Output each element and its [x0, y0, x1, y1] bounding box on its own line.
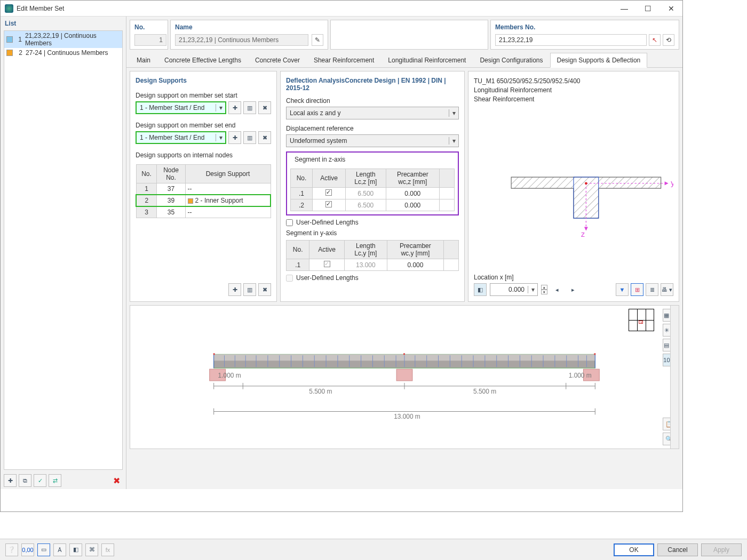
svg-text:y: y — [671, 179, 673, 188]
reverse-icon[interactable]: ⟲ — [663, 34, 674, 46]
tab-concrete-effective-lengths[interactable]: Concrete Effective Lengths — [157, 53, 248, 67]
no-value: 1 — [134, 34, 166, 46]
svg-text:5.500 m: 5.500 m — [309, 388, 332, 395]
left-panel: List 121,23,22,19 | Continuous Members22… — [1, 17, 126, 489]
swap-icon[interactable]: ⇄ — [49, 474, 61, 487]
close-button[interactable]: ✕ — [664, 3, 678, 14]
svg-rect-45 — [403, 354, 405, 355]
design-supports-panel: Design Supports Design support on member… — [130, 71, 277, 302]
udl-z-checkbox[interactable]: User-Defined Lengths — [286, 219, 459, 226]
svg-text:1.000 m: 1.000 m — [218, 372, 241, 379]
tab-shear-reinforcement[interactable]: Shear Reinforcement — [307, 53, 381, 67]
edit-name-icon[interactable]: ✎ — [312, 34, 323, 46]
app-icon — [5, 4, 13, 13]
window-title: Edit Member Set — [17, 5, 617, 12]
location-x-input[interactable]: 0.000▾ — [490, 283, 538, 296]
result-filter-icon[interactable]: ▼ — [616, 283, 629, 296]
new-icon[interactable]: ✚ — [4, 474, 17, 487]
loc-next-icon[interactable]: ▸ — [567, 283, 579, 296]
no-field: No. 1 — [130, 20, 168, 50]
tbl-lib-icon[interactable]: ▥ — [243, 283, 256, 296]
loc-prev-icon[interactable]: ◂ — [551, 283, 563, 296]
deflection-panel: Deflection AnalysisConcrete Design | EN … — [280, 71, 465, 302]
view-cube[interactable]: ·x — [629, 309, 654, 331]
support-end-combo[interactable]: 1 - Member Start / End▾ — [136, 131, 226, 144]
svg-text:z: z — [581, 230, 585, 239]
blank-field — [330, 20, 488, 50]
segment-y-table[interactable]: No.ActiveLengthLc,y [m]Precamberwc,y [mm… — [286, 240, 459, 271]
copy-icon[interactable]: ⧉ — [19, 474, 31, 487]
members-no-input[interactable]: 21,23,22,19 — [495, 34, 647, 46]
edit-support2-icon[interactable]: ▥ — [243, 131, 256, 144]
svg-rect-46 — [594, 354, 595, 355]
svg-text:13.000 m: 13.000 m — [394, 413, 420, 421]
section-view: y z — [474, 108, 673, 271]
svg-rect-48 — [396, 369, 412, 381]
check-icon[interactable]: ✓ — [34, 474, 46, 487]
clear-support-icon[interactable]: ✖ — [258, 101, 271, 114]
name-field: Name 21,23,22,19 | Continuous Members ✎ — [170, 20, 328, 50]
tab-design-supports-deflection[interactable]: Design Supports & Deflection — [550, 53, 648, 68]
edit-support-icon[interactable]: ▥ — [243, 101, 256, 114]
titlebar: Edit Member Set — ☐ ✕ — [1, 1, 682, 17]
pick-members-icon[interactable]: ↖ — [649, 34, 661, 46]
values-icon[interactable]: ≣ — [646, 283, 658, 296]
check-direction-combo[interactable]: Local axis z and y▾ — [286, 107, 459, 119]
loc-down[interactable]: ▾ — [541, 290, 547, 294]
udl-y-checkbox[interactable]: User-Defined Lengths — [286, 274, 459, 282]
new-support2-icon[interactable]: ✚ — [228, 131, 241, 144]
tbl-new-icon[interactable]: ✚ — [228, 283, 241, 296]
tab-concrete-cover[interactable]: Concrete Cover — [248, 53, 307, 67]
beam-preview: ·x ▦ ▾ ✳ ▾ ▤ ▾ 10 ▾ 📋 🔍 — [130, 305, 679, 449]
scrollbar[interactable] — [670, 306, 679, 449]
section-panel: TU_M1 650/250/952.5/250/952.5/400 Longit… — [468, 71, 679, 302]
loc-up[interactable]: ▴ — [541, 285, 547, 290]
minimize-button[interactable]: — — [617, 3, 631, 14]
svg-text:5.500 m: 5.500 m — [473, 388, 496, 395]
segment-z-table[interactable]: No.ActiveLengthLc,z [m]Precamberwc,z [mm… — [290, 169, 455, 211]
new-support-icon[interactable]: ✚ — [228, 101, 241, 114]
name-value: 21,23,22,19 | Continuous Members — [175, 34, 308, 46]
list-item[interactable]: 227-24 | Continuous Members — [4, 48, 122, 58]
tab-design-configurations[interactable]: Design Configurations — [473, 53, 550, 67]
section-info: TU_M1 650/250/952.5/250/952.5/400 Longit… — [474, 77, 673, 103]
beam-svg: 1.000 m 5.500 m 5.500 m 1.000 m 13.000 m — [130, 306, 679, 449]
maximize-button[interactable]: ☐ — [641, 3, 655, 14]
tabs: MainConcrete Effective LengthsConcrete C… — [126, 53, 682, 68]
origin-icon[interactable]: ◧ — [474, 283, 487, 296]
support-start-combo[interactable]: 1 - Member Start / End▾ — [136, 101, 226, 114]
delete-icon[interactable]: ✖ — [110, 474, 123, 487]
segment-z-group: Segment in z-axis No.ActiveLengthLc,z [m… — [286, 151, 459, 215]
tab-main[interactable]: Main — [130, 53, 157, 67]
print-icon[interactable]: 🖶 ▾ — [661, 283, 673, 296]
displacement-ref-combo[interactable]: Undeformed system▾ — [286, 134, 459, 147]
list-item[interactable]: 121,23,22,19 | Continuous Members — [4, 31, 122, 48]
view-mode-icon[interactable]: ⊞ — [631, 283, 643, 296]
tab-longitudinal-reinforcement[interactable]: Longitudinal Reinforcement — [381, 53, 473, 67]
tbl-del-icon[interactable]: ✖ — [258, 283, 271, 296]
internal-supports-table[interactable]: No.NodeNo.Design Support137--2392 - Inne… — [136, 164, 271, 218]
members-no-field: Members No. 21,23,22,19 ↖ ⟲ — [490, 20, 679, 50]
member-set-list[interactable]: 121,23,22,19 | Continuous Members227-24 … — [4, 30, 123, 470]
list-header: List — [1, 17, 126, 28]
svg-text:1.000 m: 1.000 m — [569, 372, 592, 379]
svg-rect-44 — [213, 354, 215, 355]
list-toolbar: ✚ ⧉ ✓ ⇄ ✖ — [1, 472, 126, 489]
clear-support2-icon[interactable]: ✖ — [258, 131, 271, 144]
svg-point-6 — [585, 182, 587, 185]
